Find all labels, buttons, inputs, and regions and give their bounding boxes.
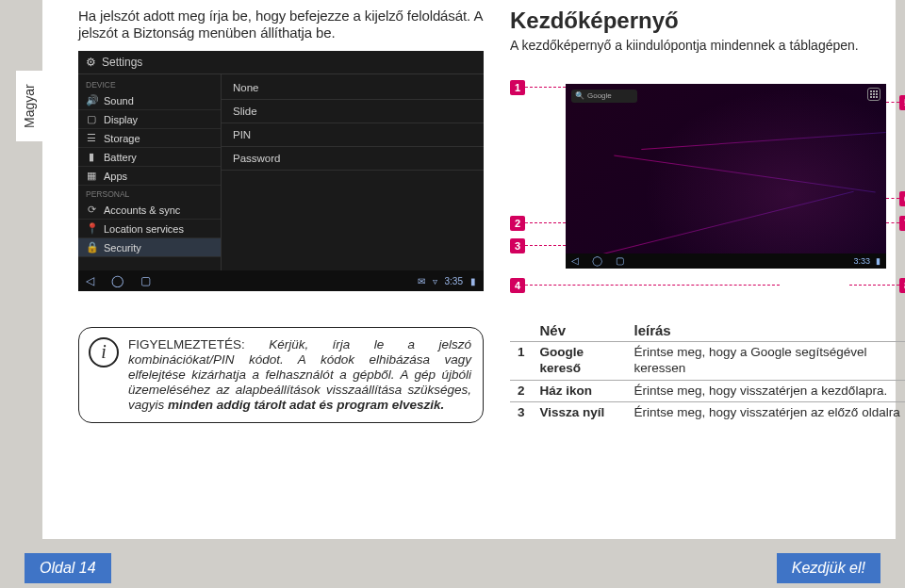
section-subtext: A kezdőképernyő a kiindulópontja mindenn… [510,38,905,54]
home-icon[interactable]: ◯ [111,274,123,287]
back-icon[interactable]: ◁ [86,274,94,287]
storage-icon: ☰ [86,132,97,144]
callout-7: 7 [899,216,905,231]
settings-screenshot: ⚙ Settings DEVICE 🔊Sound ▢Display ☰Stora… [78,51,484,291]
display-icon: ▢ [86,113,97,125]
home-screenshot-wrap: 🔍 Google ◁ ◯ ▢ 3:33 ▮ [510,69,905,286]
callout-key-table: Név leírás 1 Google kereső Érintse meg, … [510,319,905,425]
intro-text: Ha jelszót adott meg írja be, hogy befej… [78,8,484,41]
back-icon[interactable]: ◁ [571,255,579,266]
mail-status-icon: ✉ [418,276,425,286]
table-row: 1 Google kereső Érintse meg, hogy a Goog… [510,341,905,380]
table-row: 2 Ház ikon Érintse meg, hogy visszatérje… [510,380,905,402]
footer-page: Oldal 14 [25,553,111,583]
info-icon: i [89,337,119,368]
settings-icon: ⚙ [86,56,96,69]
callout-4: 4 [510,278,525,293]
language-tab: Magyar [16,71,42,141]
page-body: Ha jelszót adott meg írja be, hogy befej… [42,0,896,539]
recent-icon[interactable]: ▢ [140,274,151,287]
apps-drawer-icon[interactable] [867,88,880,101]
sidebar-item-display[interactable]: ▢Display [78,110,221,129]
callout-2: 2 [510,216,525,231]
battery-icon: ▮ [86,151,97,163]
callout-5: 5 [899,95,905,110]
sidebar-item-apps[interactable]: ▦Apps [78,167,221,186]
settings-header: ⚙ Settings [78,51,484,74]
sidebar-item-location[interactable]: 📍Location services [78,220,221,238]
location-icon: 📍 [86,222,97,235]
warning-box: i FIGYELMEZTETÉS: Kérjük, írja le a jels… [78,327,484,423]
th-desc: leírás [627,319,905,342]
section-personal: PERSONAL [78,186,221,201]
home-screenshot: 🔍 Google ◁ ◯ ▢ 3:33 ▮ [566,84,886,269]
sync-icon: ⟳ [86,204,97,216]
clock: 3:35 [445,276,463,286]
sidebar-item-sound[interactable]: 🔊Sound [78,91,221,110]
table-row: 3 Vissza nyíl Érintse meg, hogy visszaté… [510,402,905,424]
battery-status-icon: ▮ [470,276,476,286]
page-footer: Oldal 14 Kezdjük el! [0,548,905,588]
search-icon: 🔍 [575,91,584,100]
warning-bold: minden addig tárolt adat és program elve… [168,398,444,412]
google-search-widget[interactable]: 🔍 Google [571,90,637,103]
search-label: Google [587,91,612,100]
th-name: Név [533,319,627,342]
settings-title: Settings [102,56,142,69]
option-password[interactable]: Password [222,147,484,171]
android-navbar: ◁ ◯ ▢ ✉ ▿ 3:35 ▮ [78,270,484,291]
callout-1: 1 [510,80,525,95]
sidebar-item-storage[interactable]: ☰Storage [78,129,221,148]
sidebar-item-battery[interactable]: ▮Battery [78,148,221,167]
sidebar-item-security[interactable]: 🔒Security [78,238,221,257]
option-none[interactable]: None [222,76,484,100]
section-heading: Kezdőképernyő [510,8,905,34]
option-slide[interactable]: Slide [222,100,484,123]
footer-chapter: Kezdjük el! [777,553,880,583]
warning-label: FIGYELMEZTETÉS: [128,337,245,351]
sound-icon: 🔊 [86,94,97,106]
option-pin[interactable]: PIN [222,123,484,147]
apps-icon: ▦ [86,170,97,182]
sidebar-item-accounts[interactable]: ⟳Accounts & sync [78,201,221,220]
section-device: DEVICE [78,76,221,91]
home-icon[interactable]: ◯ [592,255,602,266]
callout-6: 6 [899,191,905,206]
callout-8: 8 [899,278,905,293]
home-clock: 3:33 [853,256,870,266]
lock-icon: 🔒 [86,241,97,253]
battery-status-icon: ▮ [876,256,880,266]
callout-3: 3 [510,238,525,253]
home-navbar: ◁ ◯ ▢ 3:33 ▮ [566,253,886,269]
download-status-icon: ▿ [433,276,437,286]
recent-icon[interactable]: ▢ [616,255,624,266]
